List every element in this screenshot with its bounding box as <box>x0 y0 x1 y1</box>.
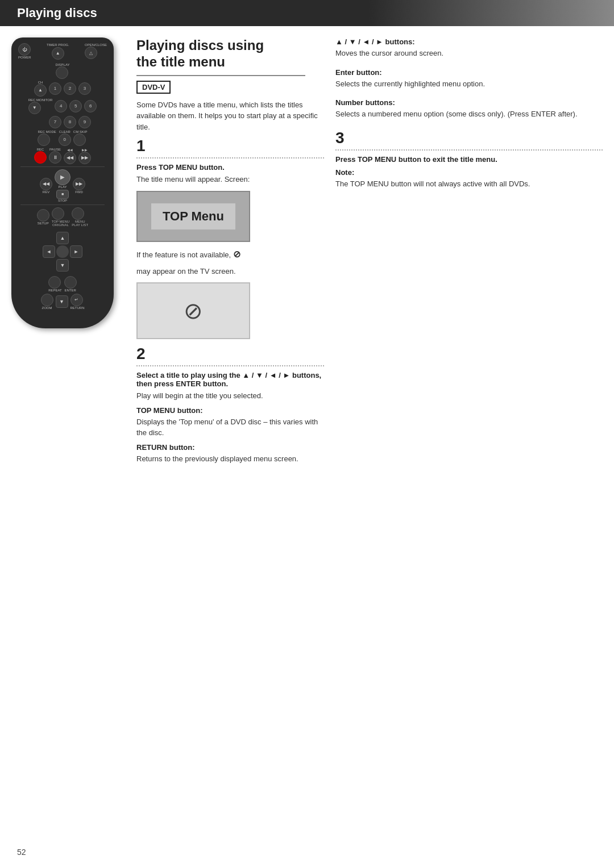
zoom-label: ZOOM <box>41 306 53 310</box>
enter-button-block: Enter button: Selects the currently high… <box>335 68 603 90</box>
number-buttons-text: Selects a numbered menu option (some dis… <box>335 108 603 120</box>
rec-button[interactable] <box>34 151 47 164</box>
return-button-label: RETURN button: <box>136 443 324 452</box>
ch-up-button[interactable]: ▲ <box>34 84 47 97</box>
right-column: ▲ / ▼ / ◄ / ► buttons: Moves the cursor … <box>335 37 603 469</box>
play-button[interactable]: ▶ <box>55 169 70 185</box>
arrow-buttons-block: ▲ / ▼ / ◄ / ► buttons: Moves the cursor … <box>335 37 603 59</box>
clear-label: CLEAR <box>59 130 71 133</box>
note-label: Note: <box>335 168 603 177</box>
menu-playlist-label: MENUPLAY LIST <box>72 220 88 227</box>
section-title: Playing discs using the title menu <box>136 37 324 70</box>
skip-fwd-label: ▶▶ <box>78 148 91 152</box>
nav-down2-button[interactable]: ▼ <box>56 295 68 308</box>
timer-prog-label: TIMER PROG. <box>47 43 69 47</box>
num-1-button[interactable]: 1 <box>49 82 61 95</box>
step3-heading: Press TOP MENU button to exit the title … <box>335 155 603 164</box>
zoom-button[interactable] <box>41 294 53 306</box>
nav-down-button[interactable]: ▼ <box>56 259 69 272</box>
arrow-buttons-text: Moves the cursor around screen. <box>335 48 603 59</box>
step1-number: 1 <box>136 137 324 155</box>
play-label: PLAY <box>55 185 70 189</box>
rec-mode-button[interactable] <box>38 133 50 146</box>
num-7-button[interactable]: 7 <box>49 116 61 128</box>
not-available-text2: may appear on the TV screen. <box>136 266 324 277</box>
middle-column: Playing discs using the title menu DVD-V… <box>136 37 324 469</box>
step3-number: 3 <box>335 129 603 147</box>
num-8-button[interactable]: 8 <box>64 116 76 128</box>
rec-label: REC <box>34 148 47 151</box>
display-label: DISPLAY <box>56 63 70 66</box>
num-9-button[interactable]: 9 <box>78 116 91 128</box>
clear-button[interactable]: 0 <box>59 133 71 146</box>
page-number: 52 <box>17 848 26 857</box>
rev-button[interactable]: ◀◀ <box>40 178 52 190</box>
no-symbol-screen: ⊘ <box>136 282 250 339</box>
power-label: POWER <box>18 56 31 59</box>
pause-label: PAUSE <box>49 148 61 151</box>
nav-left-button[interactable]: ◄ <box>43 245 55 258</box>
arrow-buttons-heading: ▲ / ▼ / ◄ / ► buttons: <box>335 37 603 46</box>
setup-label: SETUP <box>37 222 49 225</box>
num-2-button[interactable]: 2 <box>64 82 76 95</box>
enter-button-text: Selects the currently highlighted menu o… <box>335 78 603 90</box>
top-menu-button-label: TOP MENU button: <box>136 406 324 415</box>
nav-up-button[interactable]: ▲ <box>56 232 69 244</box>
rec-mode-label: REC MODE <box>38 130 56 133</box>
num-5-button[interactable]: 5 <box>69 100 82 112</box>
skip-fwd-button[interactable]: ▶▶ <box>78 152 91 164</box>
page-title: Playing discs <box>17 6 597 20</box>
rev-label: REV <box>40 190 52 194</box>
remote-control: ⏻ POWER TIMER PROG. ▲ OPEN/CLOSE △ <box>11 37 114 328</box>
skip-back-button[interactable]: ◀◀ <box>64 152 76 164</box>
timer-prog-button[interactable]: ▲ <box>52 47 64 60</box>
top-menu-screen: TOP Menu <box>136 191 250 242</box>
step1-heading: Press TOP MENU button. <box>136 163 324 172</box>
remote-column: ⏻ POWER TIMER PROG. ▲ OPEN/CLOSE △ <box>11 37 125 469</box>
no-symbol-icon: ⊘ <box>184 298 203 324</box>
top-menu-text: TOP Menu <box>151 203 235 229</box>
cm-skip-label: CM SKIP <box>73 130 88 133</box>
menu-playlist-button[interactable] <box>72 207 84 220</box>
skip-back-label: ◀◀ <box>64 148 76 152</box>
num-3-button[interactable]: 3 <box>78 82 91 95</box>
page-header: Playing discs <box>0 0 614 26</box>
fwd-button[interactable]: ▶▶ <box>73 178 85 190</box>
open-close-button[interactable]: △ <box>85 47 97 59</box>
top-menu-button-desc: Displays the 'Top menu' of a DVD disc – … <box>136 416 324 439</box>
stop-label: STOP <box>55 199 70 202</box>
repeat-label: REPEAT <box>48 289 62 292</box>
step2-text: Play will begin at the title you selecte… <box>136 390 324 402</box>
stop-button[interactable]: ■ <box>56 190 69 199</box>
ch-down-button[interactable]: ▼ <box>28 102 41 114</box>
step2-heading: Select a title to play using the ▲ / ▼ /… <box>136 371 324 388</box>
fwd-label: FWD <box>73 190 85 194</box>
ch-label: CH <box>34 81 47 84</box>
enter-button[interactable] <box>64 276 77 289</box>
step2-number: 2 <box>136 345 324 363</box>
nav-enter-center[interactable] <box>56 245 69 258</box>
num-6-button[interactable]: 6 <box>84 100 97 112</box>
top-menu-button[interactable] <box>52 207 64 220</box>
return-button-desc: Returns to the previously displayed menu… <box>136 453 324 465</box>
not-available-text: If the feature is not available, ⊘ <box>136 248 324 261</box>
rec-monitor-label: REC MONITOR <box>28 98 53 102</box>
cm-skip-button[interactable] <box>73 133 86 146</box>
power-button[interactable]: ⏻ <box>18 43 31 56</box>
enter-label: ENTER <box>64 289 77 292</box>
dvd-badge: DVD-V <box>136 81 171 94</box>
display-button[interactable] <box>56 66 68 79</box>
setup-button[interactable] <box>37 209 49 222</box>
repeat-button[interactable] <box>48 276 61 289</box>
nav-right-button[interactable]: ► <box>70 245 82 258</box>
return-label: RETURN <box>70 306 85 310</box>
enter-button-heading: Enter button: <box>335 68 603 77</box>
open-close-label: OPEN/CLOSE <box>85 43 107 47</box>
number-buttons-heading: Number buttons: <box>335 98 603 107</box>
num-4-button[interactable]: 4 <box>55 100 67 112</box>
intro-text: Some DVDs have a title menu, which lists… <box>136 99 324 133</box>
pause-button[interactable]: ⏸ <box>49 151 61 164</box>
return-button[interactable]: ↵ <box>70 294 83 306</box>
step1-text: The title menu will appear. Screen: <box>136 174 324 185</box>
top-menu-label: TOP MENUORIGINAL <box>52 220 69 227</box>
